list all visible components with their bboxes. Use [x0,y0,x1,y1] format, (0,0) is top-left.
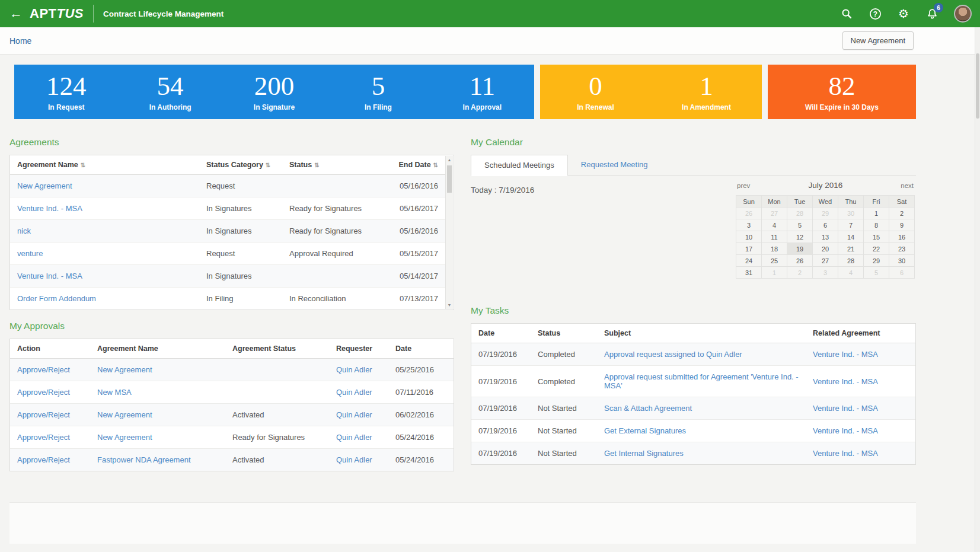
calendar-day[interactable]: 27 [813,255,838,267]
agreement-name-link[interactable]: Venture Ind. - MSA [17,204,82,213]
calendar-day[interactable]: 23 [889,243,915,255]
calendar-day[interactable]: 31 [736,267,762,279]
sort-icon[interactable]: ⇅ [314,162,319,168]
calendar-day[interactable]: 28 [838,255,864,267]
calendar-day[interactable]: 10 [736,231,762,243]
calendar-day[interactable]: 16 [889,231,915,243]
calendar-day[interactable]: 13 [813,231,838,243]
scrollbar-thumb[interactable] [447,165,452,193]
calendar-day[interactable]: 1 [762,267,787,279]
agreement-name-link[interactable]: Venture Ind. - MSA [17,272,82,280]
task-subject-link[interactable]: Approval request assigned to Quin Adler [604,350,742,359]
calendar-day[interactable]: 29 [813,208,838,219]
sort-icon[interactable]: ⇅ [433,162,438,168]
stat-card[interactable]: 11 In Approval [430,65,534,119]
tab-scheduled-meetings[interactable]: Scheduled Meetings [471,155,568,176]
task-subject-link[interactable]: Get Internal Signatures [604,449,684,458]
calendar-day[interactable]: 30 [838,208,864,219]
requester-link[interactable]: Quin Adler [336,388,372,397]
requester-link[interactable]: Quin Adler [336,365,372,374]
back-icon[interactable]: ← [9,7,23,20]
calendar-day[interactable]: 24 [736,255,762,267]
calendar-day[interactable]: 28 [787,208,813,219]
calendar-day[interactable]: 14 [838,231,864,243]
calendar-day[interactable]: 22 [864,243,889,255]
approve-reject-link[interactable]: Approve/Reject [17,365,70,374]
stat-card[interactable]: 5 In Filing [326,65,430,119]
calendar-day[interactable]: 19 [787,243,813,255]
calendar-day[interactable]: 11 [762,231,787,243]
agreement-name-link[interactable]: nick [17,226,31,235]
agreements-scrollbar[interactable]: ▲ ▼ [445,156,453,309]
page-scrollbar-thumb[interactable] [976,53,979,119]
calendar-day[interactable]: 1 [864,208,889,219]
gear-icon[interactable]: ⚙ [897,7,910,20]
tab-requested-meeting[interactable]: Requested Meeting [568,155,661,176]
calendar-day[interactable]: 3 [813,267,838,279]
related-agreement-link[interactable]: Venture Ind. - MSA [813,404,878,413]
calendar-day[interactable]: 27 [762,208,787,219]
help-icon[interactable]: ? [869,7,882,20]
task-subject-link[interactable]: Approval request submitted for Agreement… [604,372,799,390]
agreement-name-link[interactable]: New Agreement [17,181,72,190]
calendar-day[interactable]: 29 [864,255,889,267]
calendar-day[interactable]: 20 [813,243,838,255]
calendar-day[interactable]: 25 [762,255,787,267]
breadcrumb-home-link[interactable]: Home [9,36,31,46]
calendar-day[interactable]: 6 [813,219,838,231]
requester-link[interactable]: Quin Adler [336,455,372,464]
calendar-day[interactable]: 12 [787,231,813,243]
calendar-day[interactable]: 4 [838,267,864,279]
agreement-name-link[interactable]: Order Form Addendum [17,294,96,303]
scroll-down-icon[interactable]: ▼ [448,303,452,307]
requester-link[interactable]: Quin Adler [336,433,372,442]
agreement-name-link[interactable]: New MSA [97,388,132,397]
notifications-bell-icon[interactable]: 6 [925,7,938,20]
approve-reject-link[interactable]: Approve/Reject [17,433,70,442]
stat-card[interactable]: 124 In Request [14,65,118,119]
stat-card[interactable]: 1 In Amendment [651,65,762,119]
calendar-day[interactable]: 8 [864,219,889,231]
column-header-agreement-name[interactable]: Agreement Name⇅ [10,155,199,175]
calendar-day[interactable]: 26 [787,255,813,267]
calendar-prev-button[interactable]: prev [737,182,750,189]
approve-reject-link[interactable]: Approve/Reject [17,455,70,464]
calendar-day[interactable]: 6 [889,267,915,279]
new-agreement-button[interactable]: New Agreement [842,31,914,50]
calendar-day[interactable]: 5 [864,267,889,279]
sort-icon[interactable]: ⇅ [266,162,270,168]
calendar-day[interactable]: 30 [889,255,915,267]
agreement-name-link[interactable]: New Agreement [97,410,152,419]
related-agreement-link[interactable]: Venture Ind. - MSA [813,426,878,435]
calendar-day[interactable]: 18 [762,243,787,255]
related-agreement-link[interactable]: Venture Ind. - MSA [813,350,878,359]
calendar-day[interactable]: 15 [864,231,889,243]
agreement-name-link[interactable]: New Agreement [97,433,152,442]
calendar-day[interactable]: 2 [889,208,915,219]
stat-card[interactable]: 82 Will Expire in 30 Days [768,65,916,119]
agreement-name-link[interactable]: Fastpower NDA Agreement [97,455,191,464]
stat-card[interactable]: 0 In Renewal [540,65,651,119]
approve-reject-link[interactable]: Approve/Reject [17,388,70,397]
avatar[interactable] [954,5,972,23]
calendar-day[interactable]: 4 [762,219,787,231]
agreement-name-link[interactable]: New Agreement [97,365,152,374]
calendar-day[interactable]: 7 [838,219,864,231]
task-subject-link[interactable]: Scan & Attach Agreement [604,404,692,413]
calendar-day[interactable]: 17 [736,243,762,255]
calendar-next-button[interactable]: next [901,182,914,189]
stat-card[interactable]: 54 In Authoring [118,65,222,119]
calendar-day[interactable]: 2 [787,267,813,279]
search-icon[interactable] [840,7,853,20]
related-agreement-link[interactable]: Venture Ind. - MSA [813,449,878,458]
calendar-day[interactable]: 9 [889,219,915,231]
calendar-day[interactable]: 26 [736,208,762,219]
requester-link[interactable]: Quin Adler [336,410,372,419]
sort-icon[interactable]: ⇅ [81,162,85,168]
page-scrollbar[interactable] [975,27,980,552]
task-subject-link[interactable]: Get External Signatures [604,426,686,435]
calendar-day[interactable]: 3 [736,219,762,231]
column-header-status[interactable]: Status⇅ [282,155,380,175]
calendar-day[interactable]: 21 [838,243,864,255]
column-header-status-category[interactable]: Status Category⇅ [199,155,282,175]
